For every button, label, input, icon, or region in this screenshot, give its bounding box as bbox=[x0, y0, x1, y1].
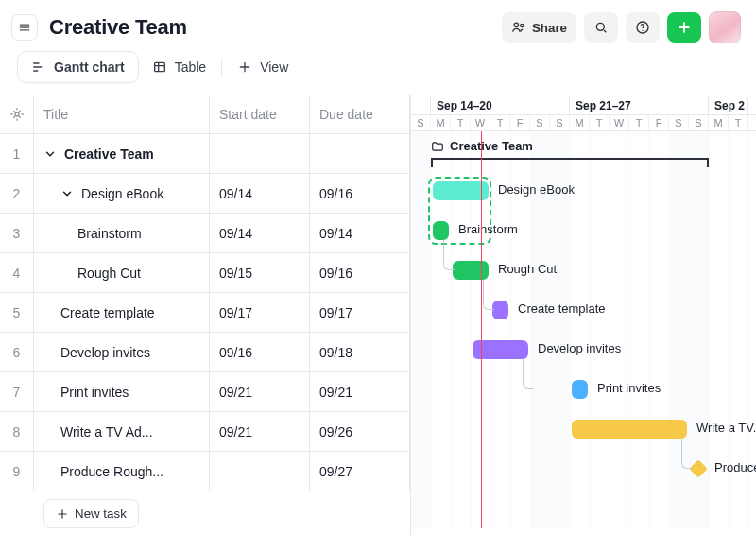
share-button[interactable]: Share bbox=[502, 12, 576, 43]
due-date-cell[interactable]: 09/18 bbox=[310, 333, 410, 372]
gantt-bar-label: Rough Cut bbox=[498, 262, 557, 276]
column-due-date[interactable]: Due date bbox=[310, 95, 410, 134]
plus-icon bbox=[237, 60, 252, 75]
row-number: 4 bbox=[0, 253, 34, 293]
people-icon bbox=[511, 20, 526, 35]
help-button[interactable] bbox=[626, 12, 660, 43]
due-date-cell[interactable]: 09/26 bbox=[310, 412, 410, 452]
gantt-group-title: Creative Team bbox=[450, 139, 533, 153]
add-view-button[interactable]: View bbox=[224, 52, 301, 82]
start-date-cell[interactable]: 09/21 bbox=[210, 372, 310, 412]
timeline-week-label: Sep 21–27 bbox=[570, 95, 709, 114]
plus-icon bbox=[56, 508, 69, 521]
search-button[interactable] bbox=[584, 12, 618, 43]
folder-icon bbox=[431, 140, 444, 153]
tab-separator bbox=[221, 58, 222, 77]
table-settings-button[interactable] bbox=[0, 95, 34, 134]
due-date-cell[interactable]: 09/17 bbox=[310, 293, 410, 333]
gantt-icon bbox=[31, 60, 46, 75]
start-date-cell[interactable]: 09/14 bbox=[210, 174, 310, 214]
due-date-cell[interactable]: 09/14 bbox=[310, 214, 410, 253]
timeline-day-label: T bbox=[590, 115, 610, 130]
task-title-cell[interactable]: Rough Cut bbox=[34, 253, 210, 293]
timeline-week-label: Sep 2 bbox=[709, 95, 748, 114]
gear-icon bbox=[9, 107, 25, 122]
tab-gantt[interactable]: Gantt chart bbox=[17, 51, 139, 83]
timeline-day-label: T bbox=[729, 115, 748, 130]
task-title: Creative Team bbox=[64, 146, 154, 162]
gantt-bar[interactable] bbox=[572, 420, 687, 439]
due-date-cell[interactable]: 09/16 bbox=[310, 253, 410, 293]
today-marker bbox=[481, 131, 482, 528]
table-icon bbox=[152, 60, 167, 75]
column-start-date[interactable]: Start date bbox=[210, 95, 310, 134]
gantt-bar-label: Brainstorm bbox=[458, 222, 518, 236]
task-title: Print invites bbox=[60, 385, 129, 400]
timeline-day-label: T bbox=[451, 115, 471, 130]
task-title: Produce Rough... bbox=[60, 464, 163, 479]
column-title[interactable]: Title bbox=[34, 95, 210, 134]
gantt-bar[interactable] bbox=[433, 221, 449, 240]
sidebar-toggle-button[interactable] bbox=[11, 14, 38, 41]
gantt-bar-label: Print invites bbox=[597, 381, 661, 395]
timeline-day-label: S bbox=[550, 115, 570, 130]
task-title-cell[interactable]: Develop invites bbox=[34, 333, 210, 372]
task-title: Design eBook bbox=[81, 186, 163, 201]
task-title-cell[interactable]: Print invites bbox=[34, 372, 210, 412]
help-icon bbox=[635, 20, 650, 35]
start-date-cell[interactable]: 09/16 bbox=[210, 333, 310, 372]
due-date-cell[interactable]: 09/21 bbox=[310, 372, 410, 412]
svg-point-4 bbox=[642, 30, 643, 31]
svg-point-1 bbox=[521, 24, 524, 26]
task-title: Create template bbox=[60, 305, 155, 320]
gantt-group-bracket bbox=[431, 158, 709, 167]
chevron-down-icon bbox=[60, 187, 74, 200]
svg-point-2 bbox=[596, 23, 604, 30]
gantt-dependency bbox=[523, 359, 534, 389]
gantt-bar[interactable] bbox=[572, 380, 588, 399]
due-date-cell[interactable]: 09/16 bbox=[310, 174, 410, 214]
gantt-bar-label: Produce... bbox=[714, 460, 756, 474]
task-title-cell[interactable]: Create template bbox=[34, 293, 210, 333]
timeline-day-label: F bbox=[510, 115, 530, 130]
svg-point-0 bbox=[514, 23, 518, 26]
gantt-bar[interactable] bbox=[453, 261, 489, 280]
row-number: 7 bbox=[0, 372, 34, 412]
row-number: 5 bbox=[0, 293, 34, 333]
task-title-cell[interactable]: Produce Rough... bbox=[34, 452, 210, 491]
timeline-day-label: S bbox=[530, 115, 550, 130]
start-date-cell[interactable] bbox=[210, 134, 310, 174]
task-title-cell[interactable]: Design eBook bbox=[34, 174, 210, 214]
task-title: Develop invites bbox=[60, 345, 150, 360]
task-title-cell[interactable]: Creative Team bbox=[34, 134, 210, 174]
timeline-day-label: F bbox=[649, 115, 669, 130]
row-number: 3 bbox=[0, 214, 34, 253]
plus-icon bbox=[677, 20, 692, 35]
gantt-bar-label: Create template bbox=[518, 301, 606, 316]
timeline-day-label: M bbox=[709, 115, 729, 130]
svg-rect-5 bbox=[154, 62, 164, 71]
avatar[interactable] bbox=[709, 11, 741, 43]
due-date-cell[interactable] bbox=[310, 134, 410, 174]
task-title-cell[interactable]: Brainstorm bbox=[34, 214, 210, 253]
start-date-cell[interactable]: 09/21 bbox=[210, 412, 310, 452]
svg-point-6 bbox=[15, 112, 19, 116]
new-task-button[interactable]: New task bbox=[43, 499, 139, 528]
timeline-day-label: W bbox=[610, 115, 629, 130]
start-date-cell[interactable]: 09/17 bbox=[210, 293, 310, 333]
timeline-day-label: S bbox=[669, 115, 689, 130]
start-date-cell[interactable] bbox=[210, 452, 310, 491]
gantt-bar[interactable] bbox=[492, 301, 508, 319]
timeline-day-label: S bbox=[411, 115, 431, 130]
due-date-cell[interactable]: 09/27 bbox=[310, 452, 410, 491]
gantt-group-label[interactable]: Creative Team bbox=[431, 139, 533, 153]
task-title-cell[interactable]: Write a TV Ad... bbox=[34, 412, 210, 452]
start-date-cell[interactable]: 09/14 bbox=[210, 214, 310, 253]
create-button[interactable] bbox=[667, 12, 701, 43]
timeline-day-label: M bbox=[570, 115, 590, 130]
row-number: 2 bbox=[0, 174, 34, 214]
row-number: 1 bbox=[0, 134, 34, 174]
tab-table[interactable]: Table bbox=[139, 52, 219, 82]
start-date-cell[interactable]: 09/15 bbox=[210, 253, 310, 293]
gantt-dependency bbox=[483, 280, 494, 310]
